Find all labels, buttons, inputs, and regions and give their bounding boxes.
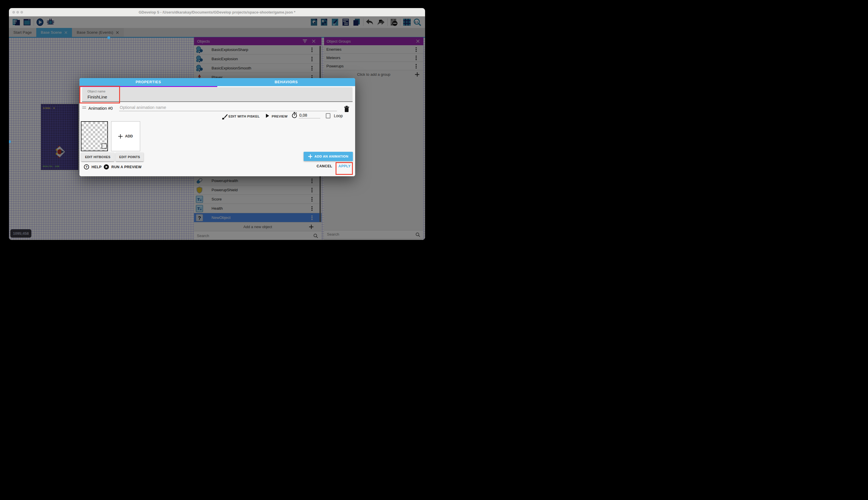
edit-hitboxes-button[interactable]: EDIT HITBOXES bbox=[81, 153, 114, 161]
loop-checkbox[interactable] bbox=[326, 113, 330, 118]
frame-thumbnail[interactable] bbox=[81, 121, 108, 151]
app-window: GDevelop 5 - /Users/dkarakay/Documents/G… bbox=[9, 8, 425, 240]
object-editor-dialog: PROPERTIES BEHAVIORS Object name FinishL… bbox=[80, 78, 355, 176]
object-name-field[interactable]: Object name FinishLine bbox=[82, 87, 353, 102]
thumbnail-corner-icon bbox=[102, 144, 107, 149]
delete-animation-icon[interactable] bbox=[344, 105, 350, 114]
screenshot-stage: GDevelop 5 - /Users/dkarakay/Documents/G… bbox=[0, 0, 434, 250]
loop-label: Loop bbox=[334, 113, 343, 118]
preview-button[interactable]: PREVIEW bbox=[272, 115, 288, 118]
help-label: HELP bbox=[92, 165, 102, 169]
edit-points-button[interactable]: EDIT POINTS bbox=[116, 153, 144, 161]
add-animation-button[interactable]: ADD AN ANIMATION bbox=[304, 152, 353, 161]
add-frame-button[interactable]: ADD bbox=[111, 121, 140, 151]
run-preview-icon bbox=[104, 164, 109, 170]
animation-label: Animation #0 bbox=[89, 106, 113, 111]
annotation-box-apply bbox=[336, 162, 353, 175]
preview-play-icon bbox=[266, 114, 269, 119]
animation-name-input[interactable] bbox=[119, 104, 337, 111]
cancel-button[interactable]: CANCEL bbox=[317, 164, 332, 168]
add-frame-label: ADD bbox=[125, 134, 133, 138]
app-content: 1:1 Start Page Base Scene Base Scene (Ev… bbox=[9, 16, 425, 240]
window-title: GDevelop 5 - /Users/dkarakay/Documents/G… bbox=[9, 10, 425, 14]
run-preview-label: RUN A PREVIEW bbox=[112, 165, 142, 169]
tab-behaviors[interactable]: BEHAVIORS bbox=[217, 78, 355, 86]
plus-icon bbox=[308, 155, 312, 158]
help-button[interactable]: ? HELP bbox=[84, 164, 102, 170]
drag-handle-icon[interactable] bbox=[82, 106, 86, 107]
dialog-tabbar: PROPERTIES BEHAVIORS bbox=[80, 78, 355, 86]
edit-with-piskel-button[interactable]: EDIT WITH PISKEL bbox=[228, 115, 260, 118]
plus-icon bbox=[118, 134, 122, 138]
brush-icon bbox=[222, 113, 228, 121]
frame-time-input[interactable] bbox=[299, 113, 320, 118]
svg-text:?: ? bbox=[85, 165, 87, 169]
run-preview-button[interactable]: RUN A PREVIEW bbox=[104, 164, 142, 170]
stopwatch-icon bbox=[292, 112, 297, 120]
annotation-box-object-name bbox=[80, 86, 120, 103]
help-icon: ? bbox=[84, 164, 89, 170]
titlebar: GDevelop 5 - /Users/dkarakay/Documents/G… bbox=[9, 8, 425, 16]
add-animation-label: ADD AN ANIMATION bbox=[315, 155, 349, 158]
drag-handle-icon[interactable] bbox=[82, 108, 86, 109]
canvas-scroll-indicator-top[interactable] bbox=[107, 36, 110, 39]
tab-properties[interactable]: PROPERTIES bbox=[80, 78, 217, 86]
